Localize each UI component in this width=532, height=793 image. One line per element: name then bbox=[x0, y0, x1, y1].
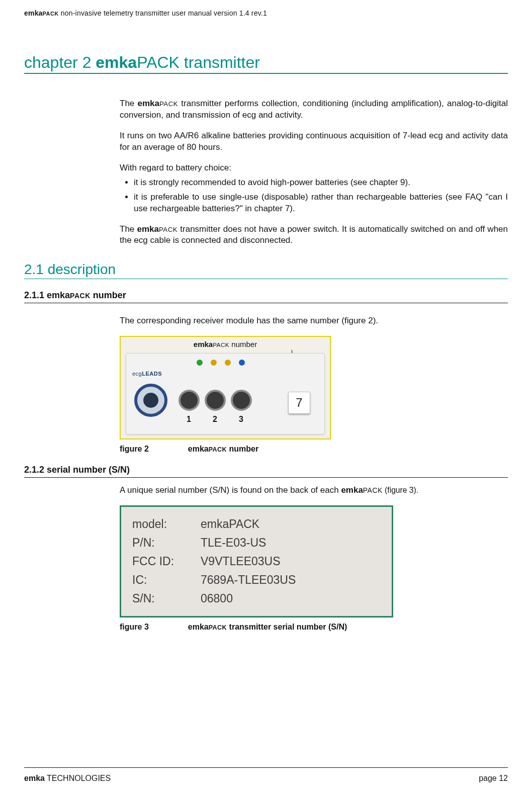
fig2-cap-a: figure 2 bbox=[120, 445, 149, 453]
header-rest: non-invasive telemetry transmitter user … bbox=[59, 9, 267, 17]
intro-p1-brand: emka bbox=[138, 99, 159, 108]
intro-p4-a: The bbox=[120, 224, 137, 234]
footer-page: page 12 bbox=[479, 774, 508, 783]
page-footer: emka TECHNOLOGIES page 12 bbox=[24, 774, 508, 783]
s212-p1-a: A unique serial number (S/N) is found on… bbox=[120, 485, 341, 495]
label-key-sn: S/N: bbox=[130, 589, 199, 608]
label-key-fccid: FCC ID: bbox=[130, 552, 199, 571]
fig3-cap-b: emka bbox=[188, 623, 209, 631]
fig2-callout-sc: PACK bbox=[213, 341, 229, 348]
footer-brand-b: emka bbox=[24, 774, 45, 782]
fig3-cap-a: figure 3 bbox=[120, 623, 149, 631]
figure-3: model:emkaPACK P/N:TLE-E03-US FCC ID:V9V… bbox=[120, 505, 393, 618]
intro-p4-b: transmitter does not have a power switch… bbox=[120, 224, 508, 245]
subsection-211: 2.1.1 emkaPACK number bbox=[24, 290, 508, 303]
intro-p1: The emkaPACK transmitter performs collec… bbox=[120, 98, 508, 121]
chapter-brand-bold: emka bbox=[96, 53, 137, 71]
table-row: FCC ID:V9VTLEE03US bbox=[130, 552, 383, 571]
table-row: P/N:TLE-E03-US bbox=[130, 534, 383, 552]
label-val-sn: 06800 bbox=[199, 589, 383, 608]
port-3-label: 3 bbox=[239, 415, 243, 424]
led-blue-icon bbox=[239, 360, 245, 366]
leads-b: LEADS bbox=[142, 371, 162, 377]
footer-rule bbox=[24, 767, 508, 768]
s212-p1-brand: emka bbox=[341, 485, 363, 495]
port-1-label: 1 bbox=[187, 415, 191, 424]
s211-title-b: number bbox=[91, 290, 126, 300]
led-yellow2-icon bbox=[225, 360, 231, 366]
section-21: 2.1 description bbox=[24, 261, 508, 279]
fig3-cap-sc: PACK bbox=[209, 624, 227, 631]
chapter-prefix: chapter 2 bbox=[24, 53, 96, 71]
port-2-connector-icon bbox=[205, 390, 226, 411]
chapter-title: chapter 2 emkaPACK transmitter bbox=[24, 53, 508, 74]
fig2-cap-rest: number bbox=[227, 445, 258, 453]
intro-p4-brand-sc: PACK bbox=[159, 226, 178, 233]
s211-title-sc: PACK bbox=[70, 292, 91, 300]
fig2-cap-b: emka bbox=[188, 445, 209, 453]
label-val-fccid: V9VTLEE03US bbox=[199, 552, 383, 571]
fig2-callout: emkaPACK number bbox=[121, 340, 330, 348]
fig2-callout-rest: number bbox=[229, 340, 257, 348]
fig3-cap-rest: transmitter serial number (S/N) bbox=[227, 623, 347, 631]
ecg-connector-icon bbox=[134, 384, 167, 417]
fig2-device: ecgLEADS 1 2 3 7 bbox=[126, 353, 325, 434]
figure-3-caption: figure 3emkaPACK transmitter serial numb… bbox=[120, 623, 508, 632]
label-val-pn: TLE-E03-US bbox=[199, 534, 383, 552]
leads-a: ecg bbox=[132, 371, 142, 377]
emkapack-number-box: 7 bbox=[288, 392, 310, 414]
table-row: model:emkaPACK bbox=[130, 515, 383, 534]
figure-2-caption: figure 2emkaPACK number bbox=[120, 445, 508, 454]
port-1-connector-icon bbox=[179, 390, 200, 411]
label-val-ic: 7689A-TLEE03US bbox=[199, 571, 383, 589]
figure-2: emkaPACK number ecgLEADS 1 2 3 7 bbox=[120, 336, 331, 439]
s212-p1: A unique serial number (S/N) is found on… bbox=[120, 485, 508, 496]
s211-title-a: 2.1.1 emka bbox=[24, 290, 70, 300]
port-3-connector-icon bbox=[231, 390, 252, 411]
intro-b2: it is preferable to use single-use (disp… bbox=[134, 192, 508, 215]
s211-p1: The corresponding receiver module has th… bbox=[120, 315, 508, 327]
intro-b1: it is strongly recommended to avoid high… bbox=[134, 177, 508, 189]
label-key-ic: IC: bbox=[130, 571, 199, 589]
s212-p1-brand-sc: PACK bbox=[363, 486, 383, 494]
s212-p1-b: (figure 3). bbox=[383, 486, 418, 494]
chapter-suffix: transmitter bbox=[180, 53, 260, 71]
fig2-callout-b: emka bbox=[194, 340, 213, 348]
subsection-212: 2.1.2 serial number (S/N) bbox=[24, 465, 508, 478]
label-key-model: model: bbox=[130, 515, 199, 534]
header-brand-sc: PACK bbox=[43, 11, 59, 17]
led-green-icon bbox=[197, 360, 203, 366]
fig2-cap-sc: PACK bbox=[209, 446, 227, 453]
intro-p1-brand-sc: PACK bbox=[159, 100, 178, 108]
intro-p2: It runs on two AA/R6 alkaline batteries … bbox=[120, 130, 508, 153]
led-yellow1-icon bbox=[211, 360, 217, 366]
intro-p1-a: The bbox=[120, 99, 138, 108]
header-brand-bold: emka bbox=[24, 9, 43, 17]
intro-bullets: it is strongly recommended to avoid high… bbox=[120, 177, 508, 215]
port-2-label: 2 bbox=[213, 415, 217, 424]
intro-p1-b: transmitter performs collection, conditi… bbox=[120, 99, 508, 120]
table-row: IC:7689A-TLEE03US bbox=[130, 571, 383, 589]
label-plate-table: model:emkaPACK P/N:TLE-E03-US FCC ID:V9V… bbox=[130, 515, 383, 608]
table-row: S/N:06800 bbox=[130, 589, 383, 608]
footer-brand-rest: TECHNOLOGIES bbox=[45, 774, 111, 782]
ecg-leads-label: ecgLEADS bbox=[132, 371, 162, 377]
label-key-pn: P/N: bbox=[130, 534, 199, 552]
intro-p4: The emkaPACK transmitter does not have a… bbox=[120, 224, 508, 247]
doc-header: emkaPACK non-invasive telemetry transmit… bbox=[24, 9, 508, 17]
chapter-brand-light: PACK bbox=[137, 53, 180, 71]
label-val-model: emkaPACK bbox=[199, 515, 383, 534]
footer-brand: emka TECHNOLOGIES bbox=[24, 774, 111, 783]
intro-p3: With regard to battery choice: bbox=[120, 162, 508, 174]
intro-p4-brand: emka bbox=[137, 224, 159, 234]
